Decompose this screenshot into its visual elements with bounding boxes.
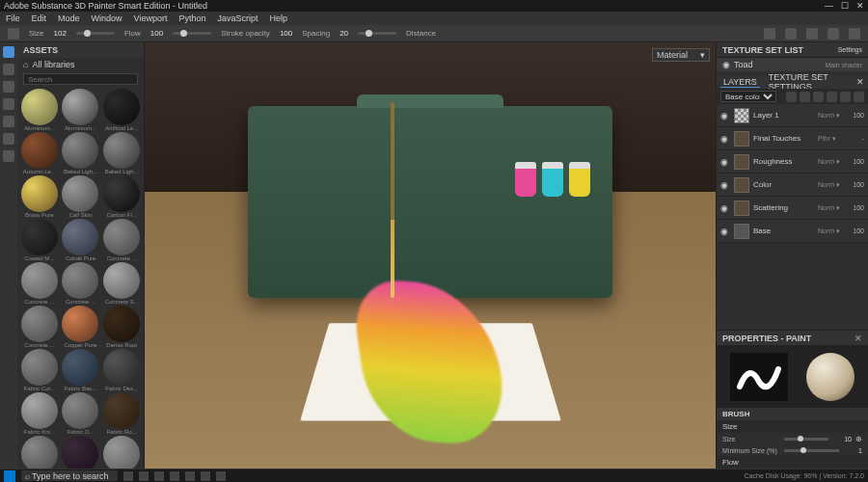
material-item[interactable]: Fabric Bas... xyxy=(61,349,101,391)
taskbar-app-icon[interactable] xyxy=(216,471,226,481)
layer-blend-mode[interactable]: Norm ▾ xyxy=(818,228,843,235)
add-folder-icon[interactable] xyxy=(840,92,851,102)
layer-opacity[interactable]: - xyxy=(847,135,864,142)
material-item[interactable]: Brass Pure xyxy=(19,175,60,218)
min-size-value[interactable]: 1 xyxy=(843,447,862,454)
flow-value[interactable]: 100 xyxy=(150,29,163,38)
layer-name[interactable]: Final Touches xyxy=(753,134,814,143)
material-item[interactable]: Fabric Cor... xyxy=(19,349,60,391)
min-size-slider[interactable] xyxy=(784,449,839,452)
taskbar-app-icon[interactable] xyxy=(170,471,179,481)
material-dropdown[interactable]: Material ▾ xyxy=(652,48,710,62)
layer-blend-mode[interactable]: Norm ▾ xyxy=(818,204,843,212)
render-icon[interactable] xyxy=(849,28,860,40)
minimize-icon[interactable]: — xyxy=(825,1,833,11)
layer-row[interactable]: ◉ Layer 1 Norm ▾ 100 xyxy=(717,104,868,127)
menu-help[interactable]: Help xyxy=(269,13,287,23)
layer-visibility-icon[interactable]: ◉ xyxy=(720,134,730,144)
delete-layer-icon[interactable] xyxy=(854,92,864,102)
material-item[interactable]: Aluminium... xyxy=(61,89,101,131)
menu-python[interactable]: Python xyxy=(178,13,205,23)
material-item[interactable]: Fabric Ro... xyxy=(101,392,142,435)
clone-tool-icon[interactable] xyxy=(3,133,14,145)
material-item[interactable]: Coated M... xyxy=(19,219,60,261)
settings-button[interactable]: Settings xyxy=(838,46,862,53)
taskbar-app-icon[interactable] xyxy=(201,471,210,481)
material-item[interactable]: Concrete S... xyxy=(101,262,142,305)
layer-name[interactable]: Base xyxy=(753,227,814,235)
pause-icon[interactable] xyxy=(785,28,797,40)
layer-opacity[interactable]: 100 xyxy=(847,228,864,234)
size-slider[interactable] xyxy=(76,32,115,35)
taskbar-app-icon[interactable] xyxy=(185,471,195,481)
polygon-fill-icon[interactable] xyxy=(3,98,14,110)
material-item[interactable]: Fabric Sof... xyxy=(19,436,60,469)
brush-size-slider[interactable] xyxy=(784,438,828,441)
channel-select[interactable]: Base color xyxy=(720,91,776,102)
layer-name[interactable]: Scattering xyxy=(753,203,814,212)
layer-blend-mode[interactable]: Norm ▾ xyxy=(818,158,843,166)
projection-tool-icon[interactable] xyxy=(3,81,14,93)
camera-icon[interactable] xyxy=(827,28,839,40)
add-mask-icon[interactable] xyxy=(800,92,810,102)
menu-edit[interactable]: Edit xyxy=(32,13,47,23)
layer-name[interactable]: Layer 1 xyxy=(753,111,814,120)
layer-visibility-icon[interactable]: ◉ xyxy=(720,203,730,213)
taskbar-app-icon[interactable] xyxy=(154,471,164,481)
material-item[interactable]: Concrete ... xyxy=(19,262,60,305)
link-icon[interactable]: ⊕ xyxy=(855,435,862,443)
material-picker-icon[interactable] xyxy=(3,150,14,162)
material-item[interactable]: Fabric Sati... xyxy=(61,436,101,469)
layer-opacity[interactable]: 100 xyxy=(847,158,864,165)
library-selector[interactable]: ⌂ All libraries xyxy=(17,58,144,71)
material-item[interactable]: Baked Ligh... xyxy=(61,132,101,174)
layer-blend-mode[interactable]: Pthr ▾ xyxy=(818,135,843,143)
eraser-tool-icon[interactable] xyxy=(3,64,14,75)
layer-name[interactable]: Color xyxy=(753,180,814,189)
material-item[interactable]: Dense Root xyxy=(101,306,142,348)
layer-name[interactable]: Roughness xyxy=(753,157,814,166)
visibility-icon[interactable]: ◉ xyxy=(722,60,730,69)
menu-file[interactable]: File xyxy=(6,13,20,23)
spacing-slider[interactable] xyxy=(358,32,396,35)
layer-row[interactable]: ◉ Final Touches Pthr ▾ - xyxy=(717,127,868,150)
menu-viewport[interactable]: Viewport xyxy=(134,13,168,23)
brush-tool-icon[interactable] xyxy=(8,28,19,40)
texture-set-item[interactable]: ◉ Toad Main shader xyxy=(717,58,868,71)
spacing-value[interactable]: 20 xyxy=(339,29,348,38)
symmetry-icon[interactable] xyxy=(764,28,775,40)
taskbar-app-icon[interactable] xyxy=(139,471,149,481)
viewport-3d[interactable]: Material ▾ xyxy=(145,42,716,469)
layer-opacity[interactable]: 100 xyxy=(847,204,864,211)
material-item[interactable]: Baked Ligh... xyxy=(101,132,142,174)
windows-start-icon[interactable] xyxy=(4,470,15,482)
material-item[interactable]: Concrete ... xyxy=(61,262,101,305)
view-mode-icon[interactable] xyxy=(806,28,818,40)
material-item[interactable]: Concrete ... xyxy=(101,219,142,261)
paint-tool-icon[interactable] xyxy=(3,46,14,58)
size-value[interactable]: 102 xyxy=(54,29,67,38)
taskbar-search[interactable]: ⌕ Type here to search xyxy=(21,470,118,481)
layer-visibility-icon[interactable]: ◉ xyxy=(720,111,730,120)
stroke-opacity-value[interactable]: 100 xyxy=(280,29,292,38)
assets-search-input[interactable] xyxy=(23,73,138,85)
material-item[interactable]: Artificial Le... xyxy=(101,89,142,131)
smudge-tool-icon[interactable] xyxy=(3,116,14,127)
layer-row[interactable]: ◉ Color Norm ▾ 100 xyxy=(717,174,868,197)
material-item[interactable]: Fabric Des... xyxy=(101,349,142,391)
layer-opacity[interactable]: 100 xyxy=(847,181,864,188)
material-item[interactable]: Copper Pure xyxy=(61,306,101,348)
layer-row[interactable]: ◉ Scattering Norm ▾ 100 xyxy=(717,197,868,220)
material-item[interactable]: Calf Skin xyxy=(61,175,101,218)
material-item[interactable]: Concrete ... xyxy=(19,306,60,348)
layer-visibility-icon[interactable]: ◉ xyxy=(720,157,730,167)
panel-close-icon[interactable]: ✕ xyxy=(854,334,862,343)
tab-layers[interactable]: LAYERS xyxy=(720,77,760,88)
layer-blend-mode[interactable]: Norm ▾ xyxy=(818,181,843,189)
panel-close-icon[interactable]: ✕ xyxy=(856,77,864,87)
material-item[interactable]: Autumn Le... xyxy=(19,132,60,174)
menu-window[interactable]: Window xyxy=(92,13,122,23)
material-item[interactable]: Aluminum... xyxy=(19,89,60,131)
add-layer-icon[interactable] xyxy=(813,92,824,102)
add-effect-icon[interactable] xyxy=(786,92,797,102)
